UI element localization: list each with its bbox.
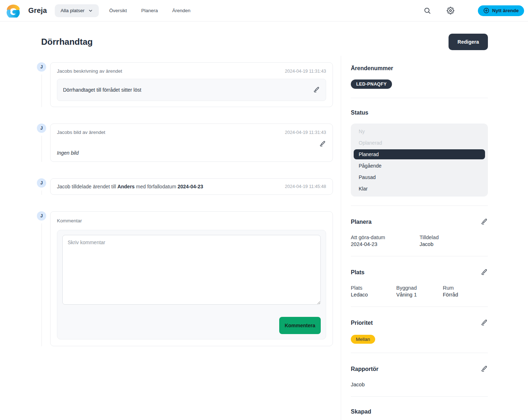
timeline-connector bbox=[42, 136, 42, 162]
new-ticket-button[interactable]: Nytt ärende bbox=[478, 5, 524, 16]
timeline-entry-comment: J Kommentar Kommentera bbox=[37, 211, 341, 363]
timeline-rail: J bbox=[37, 211, 46, 346]
priority-badge: Mellan bbox=[351, 335, 375, 344]
description-box: Dörrhandtaget till förrådet sitter löst bbox=[57, 79, 326, 101]
no-image-text: Ingen bild bbox=[57, 150, 326, 156]
description-text: Dörrhandtaget till förrådet sitter löst bbox=[63, 87, 141, 93]
comment-box: Kommentera bbox=[57, 230, 326, 339]
timeline-rail: J bbox=[37, 178, 46, 195]
timeline-rail: J bbox=[37, 62, 46, 107]
prioritet-heading: Prioritet bbox=[351, 320, 373, 326]
main-nav: Översikt Planera Ärenden bbox=[109, 8, 190, 13]
rapportor-section: Rapportör Jacob bbox=[351, 353, 488, 397]
timeline-entry-image: J Jacobs bild av ärendet 2024-04-19 11:3… bbox=[37, 124, 341, 178]
chevron-down-icon bbox=[88, 8, 93, 13]
entry-timestamp: 2024-04-19 11:31:43 bbox=[285, 130, 326, 135]
edit-ticket-button[interactable]: Redigera bbox=[449, 34, 488, 50]
field-plats: Plats Ledaco bbox=[351, 285, 396, 298]
page-header: Dörrhandtag Redigera bbox=[0, 21, 528, 56]
details-sidebar: Ärendenummer LED-PNAQFY Status Ny Oplane… bbox=[341, 56, 528, 420]
gear-icon[interactable] bbox=[447, 7, 454, 14]
entry-label: Jacobs bild av ärendet bbox=[57, 130, 105, 135]
status-option-ny[interactable]: Ny bbox=[354, 126, 485, 137]
timeline: J Jacobs beskrivning av ärendet 2024-04-… bbox=[0, 56, 341, 420]
status-option-pagaende[interactable]: Pågående bbox=[354, 160, 485, 172]
assignment-card: Jacob tilldelade ärendet till Anders med… bbox=[50, 178, 333, 195]
avatar: J bbox=[37, 124, 46, 133]
edit-planera-icon[interactable] bbox=[480, 218, 488, 226]
plus-circle-icon bbox=[483, 8, 489, 14]
skapad-section: Skapad 2024-04-19 11:31:43 bbox=[351, 397, 488, 420]
status-list: Ny Oplanerad Planerad Pågående Pausad Kl… bbox=[351, 124, 488, 197]
page-title: Dörrhandtag bbox=[41, 37, 93, 47]
field-due-date: Att göra-datum 2024-04-23 bbox=[351, 235, 420, 247]
nav-link-oversikt[interactable]: Översikt bbox=[109, 8, 127, 13]
description-card: Jacobs beskrivning av ärendet 2024-04-19… bbox=[50, 62, 333, 107]
field-assigned: Tilldelad Jacob bbox=[420, 235, 488, 247]
rapportor-heading: Rapportör bbox=[351, 366, 378, 372]
comment-submit-button[interactable]: Kommentera bbox=[279, 317, 321, 334]
new-ticket-label: Nytt ärende bbox=[492, 8, 519, 13]
status-option-planerad[interactable]: Planerad bbox=[354, 149, 485, 159]
assignee-name: Anders bbox=[117, 184, 135, 189]
avatar: J bbox=[37, 211, 46, 221]
ticket-number-badge: LED-PNAQFY bbox=[351, 79, 392, 89]
avatar: J bbox=[37, 62, 46, 72]
nav-link-arenden[interactable]: Ärenden bbox=[172, 8, 190, 13]
comment-input[interactable] bbox=[62, 235, 321, 305]
ticket-number-section: Ärendenummer LED-PNAQFY bbox=[351, 65, 488, 98]
field-byggnad: Byggnad Våning 1 bbox=[396, 285, 443, 298]
timeline-rail: J bbox=[37, 124, 46, 162]
ticket-number-heading: Ärendenummer bbox=[351, 65, 488, 72]
assignment-text: Jacob tilldelade ärendet till Anders med… bbox=[57, 184, 203, 189]
edit-description-icon[interactable] bbox=[312, 86, 320, 94]
planera-section: Planera Att göra-datum 2024-04-23 Tillde… bbox=[351, 206, 488, 256]
edit-prioritet-icon[interactable] bbox=[480, 319, 488, 327]
due-date: 2024-04-23 bbox=[178, 184, 203, 189]
status-section: Status Ny Oplanerad Planerad Pågående Pa… bbox=[351, 98, 488, 206]
status-option-pausad[interactable]: Pausad bbox=[354, 172, 485, 183]
rapportor-value: Jacob bbox=[351, 382, 488, 387]
timeline-connector bbox=[42, 223, 42, 346]
status-heading: Status bbox=[351, 110, 488, 116]
greja-logo-icon bbox=[6, 4, 20, 18]
status-option-oplanerad[interactable]: Oplanerad bbox=[354, 137, 485, 149]
location-selector[interactable]: Alla platser bbox=[55, 4, 99, 17]
skapad-heading: Skapad bbox=[351, 409, 488, 415]
plats-section: Plats Plats Ledaco Byggnad Våning 1 Rum … bbox=[351, 256, 488, 307]
entry-label: Jacobs beskrivning av ärendet bbox=[57, 68, 122, 74]
entry-timestamp: 2024-04-19 11:45:48 bbox=[285, 184, 326, 189]
edit-image-icon[interactable] bbox=[318, 140, 326, 148]
prioritet-section: Prioritet Mellan bbox=[351, 307, 488, 353]
image-card: Jacobs bild av ärendet 2024-04-19 11:31:… bbox=[50, 124, 333, 162]
brand-name: Greja bbox=[28, 6, 47, 15]
avatar: J bbox=[37, 178, 46, 188]
timeline-entry-assignment: J Jacob tilldelade ärendet till Anders m… bbox=[37, 178, 341, 211]
comment-card: Kommentar Kommentera bbox=[50, 211, 333, 346]
navbar-actions: Nytt ärende bbox=[423, 5, 524, 16]
field-rum: Rum Förråd bbox=[443, 285, 488, 298]
navbar: Greja Alla platser Översikt Planera Ären… bbox=[0, 0, 528, 21]
comment-label: Kommentar bbox=[57, 218, 326, 223]
edit-plats-icon[interactable] bbox=[480, 268, 488, 276]
status-option-klar[interactable]: Klar bbox=[354, 183, 485, 194]
location-selector-label: Alla platser bbox=[60, 8, 84, 13]
planera-heading: Planera bbox=[351, 219, 372, 225]
plats-heading: Plats bbox=[351, 269, 364, 276]
timeline-connector bbox=[42, 190, 42, 195]
entry-timestamp: 2024-04-19 11:31:43 bbox=[285, 69, 326, 74]
search-icon[interactable] bbox=[423, 7, 431, 14]
edit-rapportor-icon[interactable] bbox=[480, 365, 488, 373]
nav-link-planera[interactable]: Planera bbox=[141, 8, 158, 13]
timeline-entry-description: J Jacobs beskrivning av ärendet 2024-04-… bbox=[37, 62, 341, 124]
timeline-connector bbox=[42, 74, 42, 107]
